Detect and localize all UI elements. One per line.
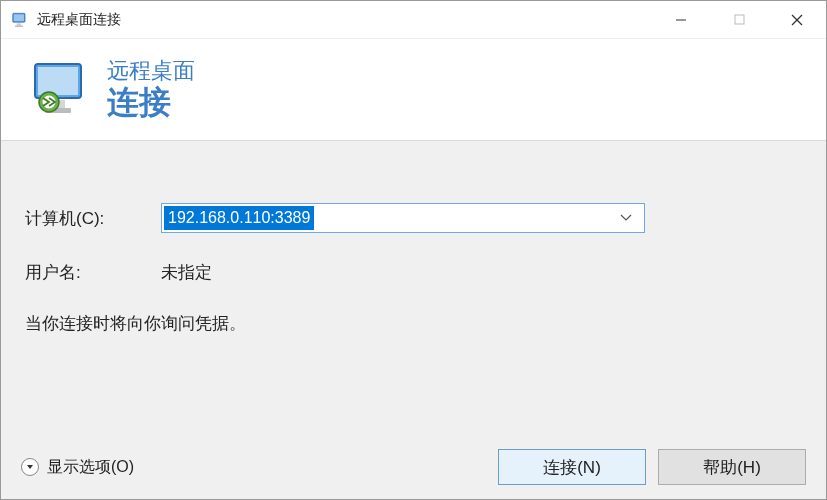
- svg-rect-5: [735, 15, 744, 24]
- computer-label: 计算机(C):: [25, 207, 161, 230]
- minimize-button[interactable]: [652, 1, 710, 38]
- svg-rect-3: [15, 25, 23, 26]
- titlebar: 远程桌面连接: [1, 1, 826, 39]
- svg-rect-9: [38, 67, 78, 95]
- show-options-label: 显示选项(O): [47, 457, 134, 478]
- bottom-bar: 显示选项(O) 连接(N) 帮助(H): [1, 435, 826, 499]
- username-label: 用户名:: [25, 261, 161, 284]
- username-value: 未指定: [161, 261, 212, 284]
- app-icon: [11, 11, 29, 29]
- banner-text: 远程桌面 连接: [107, 59, 195, 120]
- svg-rect-2: [17, 23, 22, 25]
- help-button[interactable]: 帮助(H): [658, 449, 806, 485]
- maximize-button: [710, 1, 768, 38]
- main-form: 计算机(C): 192.168.0.110:3389 用户名: 未指定 当你连接…: [1, 141, 826, 335]
- chevron-down-circle-icon: [21, 458, 39, 476]
- credentials-info-text: 当你连接时将向你询问凭据。: [25, 312, 802, 335]
- window-controls: [652, 1, 826, 38]
- window-title: 远程桌面连接: [37, 11, 652, 29]
- header-banner: 远程桌面 连接: [1, 39, 826, 141]
- chevron-down-icon[interactable]: [620, 211, 632, 225]
- banner-monitor-icon: [29, 58, 93, 122]
- svg-rect-1: [14, 14, 24, 21]
- show-options-toggle[interactable]: 显示选项(O): [21, 457, 134, 478]
- connect-button[interactable]: 连接(N): [498, 449, 646, 485]
- banner-title-line2: 连接: [107, 85, 195, 120]
- close-button[interactable]: [768, 1, 826, 38]
- username-row: 用户名: 未指定: [25, 261, 802, 284]
- banner-title-line1: 远程桌面: [107, 59, 195, 83]
- computer-row: 计算机(C): 192.168.0.110:3389: [25, 203, 802, 233]
- computer-combobox[interactable]: 192.168.0.110:3389: [161, 203, 645, 233]
- computer-input-value[interactable]: 192.168.0.110:3389: [164, 206, 314, 230]
